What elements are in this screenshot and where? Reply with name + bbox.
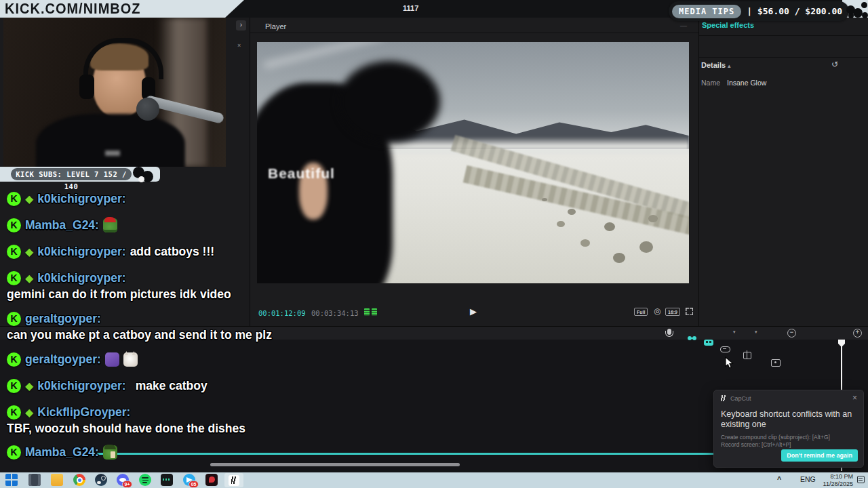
red-app-icon[interactable] [205, 474, 218, 486]
ratio-button[interactable]: 16:9 [665, 308, 680, 316]
chat-row: K◆ k0kichigroyper: make catboy [7, 379, 208, 393]
tray-chevron-icon[interactable]: ^ [777, 475, 781, 483]
toast-line2: Record screen: [Ctrl+Alt+P] [721, 441, 856, 448]
magnetic-timeline-icon[interactable] [688, 336, 696, 340]
kick-badge-icon: K [7, 352, 21, 367]
kick-badge-icon: K [7, 192, 21, 206]
close-icon[interactable]: × [852, 393, 857, 403]
microphone-icon [136, 98, 159, 121]
media-tips-widget: MEDIA TIPS | $56.00 / $200.00 [669, 1, 849, 21]
dont-remind-button[interactable]: Don't remind me again [781, 449, 858, 462]
reset-icon[interactable]: ↺ [831, 60, 838, 69]
tray-language[interactable]: ENG [800, 475, 816, 483]
subs-goal-badge: KICK SUBS: LEVEL 7 152 / 140 [11, 168, 132, 180]
discord-badge: 9+ [122, 481, 132, 488]
emote-santa-pepe [103, 218, 117, 232]
kick-badge-icon: K [7, 271, 21, 285]
fullscreen-icon[interactable] [686, 308, 693, 315]
zoom-out-icon[interactable]: − [787, 329, 796, 338]
divider [699, 35, 868, 36]
kick-channel-logo: KICK.COM/NIMBOZ [5, 1, 141, 18]
panel-menu-icon[interactable]: — [680, 22, 687, 29]
toast-line1: Create compound clip (subproject): [Alt+… [721, 434, 856, 441]
telegram-badge: 05 [189, 481, 199, 488]
sub-badge-icon: ◆ [25, 194, 33, 205]
quality-button[interactable]: Full [634, 308, 648, 316]
render-indicator-icon [364, 308, 370, 316]
focus-icon[interactable]: ◎ [654, 306, 660, 316]
toast-app-name: CapCut [730, 395, 751, 402]
screen: › × ↓ Glow ↓ ↓ Angelic Glow Radial Glow … [0, 0, 868, 488]
chat-username: k0kichigroyper: [37, 271, 125, 285]
toast-title: Keyboard shortcut conflicts with an exis… [721, 409, 855, 430]
preview-axis-icon[interactable] [771, 359, 781, 367]
chrome-icon[interactable] [73, 474, 85, 486]
task-view-button[interactable] [28, 474, 41, 486]
chat-username: Mamba_G24: [25, 218, 99, 232]
name-label: Name [701, 79, 720, 87]
webcam-feed [3, 18, 226, 167]
chat-username: k0kichigroyper: [37, 245, 125, 259]
panel-collapse-button[interactable]: › [236, 20, 246, 30]
current-timecode: 00:01:12:09 [258, 309, 306, 317]
dropdown-caret-icon[interactable]: ▾ [755, 329, 757, 335]
kick-badge-icon: K [7, 379, 21, 393]
tray-time: 8:10 PM [821, 473, 853, 481]
record-voiceover-icon[interactable] [667, 329, 671, 335]
media-tips-label: MEDIA TIPS [672, 5, 741, 18]
play-button[interactable]: ▶ [470, 306, 477, 317]
chat-row: K◆ k0kichigroyper: [7, 271, 126, 285]
search-clear-icon[interactable]: × [237, 42, 241, 49]
capcut-logo-icon [721, 395, 727, 401]
chat-row: K◆ k0kichigroyper: [7, 192, 130, 206]
auto-link-icon[interactable] [704, 340, 713, 346]
tray-clock[interactable]: 8:10 PM 11/28/2025 [821, 473, 853, 487]
chat-username: k0kichigroyper: [37, 379, 125, 393]
capcut-taskbar-active[interactable] [224, 473, 243, 487]
chat-row: K geraltgoyper: [7, 352, 138, 367]
player-panel: Player — Beautiful 00:01:12:09 00:03:34:… [250, 18, 699, 326]
details-toggle[interactable]: Details ▴ [701, 61, 730, 69]
telegram-icon[interactable]: 05 [183, 474, 195, 486]
chat-username: Mamba_G24: [25, 445, 99, 460]
sub-badge-icon: ◆ [25, 273, 33, 284]
chat-message: can you make pt a catboy and send it to … [7, 328, 272, 342]
chat-username: geraltgoyper: [25, 312, 101, 326]
chat-message: add catboys !!! [130, 245, 214, 259]
chat-row: TBF, woozuh should have done the dishes [7, 422, 245, 436]
steam-icon[interactable] [95, 474, 107, 486]
notification-center-icon[interactable] [857, 476, 865, 483]
render-indicator-icon [372, 308, 377, 316]
video-caption: Beautiful [268, 165, 335, 182]
emote-cat [123, 352, 138, 367]
discord-icon[interactable]: 9+ [117, 474, 129, 486]
name-value: Insane Glow [727, 79, 766, 87]
chat-username: geraltgoyper: [25, 352, 101, 367]
dropdown-caret-icon[interactable]: ▾ [733, 329, 736, 335]
taskbar: 9+ 05 ^ ENG 8:10 PM 11/28/2025 [0, 472, 868, 488]
kick-badge-icon: K [7, 445, 21, 460]
shirt-logo [105, 150, 120, 156]
file-explorer-icon[interactable] [51, 474, 63, 486]
chat-row: K geraltgoyper: [7, 312, 101, 326]
chat-message: TBF, woozuh should have done the dishes [7, 422, 245, 436]
chat-username: KickflipGroyper: [37, 405, 130, 420]
split-tool-icon[interactable] [743, 352, 751, 359]
kick-badge-icon: K [7, 312, 21, 326]
spotify-icon[interactable] [139, 474, 151, 486]
inspector-section-title: Special effects [702, 21, 754, 29]
timeline-scrollbar[interactable] [210, 463, 460, 466]
chat-row: gemini can do it from pictures idk video [7, 287, 231, 302]
waveform-app-icon[interactable] [161, 474, 173, 486]
subs-logo-dots [132, 165, 163, 184]
webcam-torso [36, 114, 185, 167]
link-clips-icon[interactable] [720, 346, 730, 352]
chat-row: K◆ k0kichigroyper: add catboys !!! [7, 245, 214, 259]
video-viewport: Beautiful [257, 42, 689, 283]
zoom-in-icon[interactable]: + [853, 329, 862, 338]
start-button[interactable] [5, 474, 18, 486]
total-timecode: 00:03:34:13 [311, 309, 359, 317]
sub-badge-icon: ◆ [25, 247, 33, 258]
chat-row: K Mamba_G24: [7, 218, 117, 232]
player-panel-title: Player [265, 22, 286, 30]
